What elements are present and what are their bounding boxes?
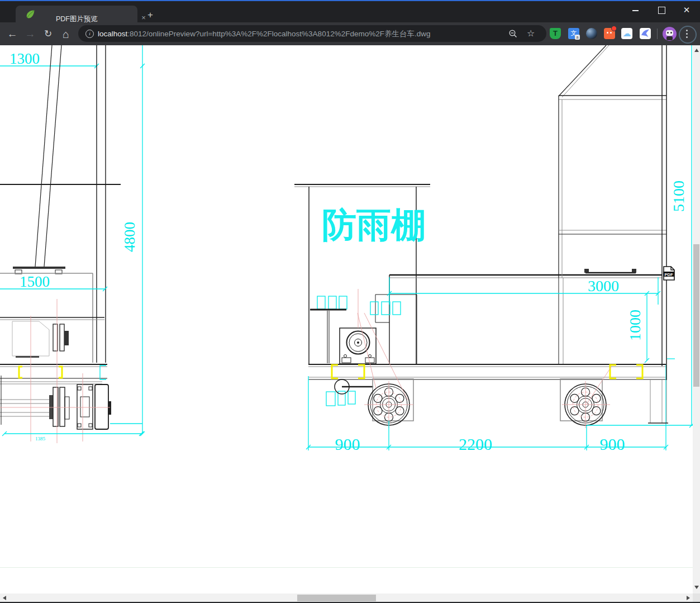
forward-button[interactable]: → — [23, 27, 37, 41]
url-text[interactable]: localhost:8012/onlinePreview?url=http%3A… — [98, 29, 430, 39]
address-bar[interactable]: i localhost:8012/onlinePreview?url=http%… — [78, 25, 546, 42]
cyan-detail-rects — [317, 296, 401, 406]
spring-leaf-icon — [26, 10, 35, 19]
bookmark-star-icon[interactable]: ☆ — [527, 28, 535, 39]
dim-label-5100: 5100 — [670, 181, 687, 212]
tampermonkey-extension-icon[interactable]: T — [550, 28, 561, 39]
notification-badge — [611, 26, 617, 31]
url-path: :8012/onlinePreview?url=http%3A%2F%2Floc… — [127, 30, 430, 38]
scroll-right-arrow-icon[interactable] — [687, 596, 690, 600]
site-info-icon[interactable]: i — [85, 30, 94, 38]
zoom-indicator-icon[interactable] — [508, 29, 518, 39]
cad-drawing: 1300 4800 1500 — [0, 45, 693, 567]
dim-label-1500: 1500 — [20, 273, 50, 290]
dim-label-900-right: 900 — [600, 435, 625, 453]
dim-label-1385: 1385 — [35, 436, 46, 441]
dim-label-1000: 1000 — [626, 310, 644, 341]
cloud-extension-icon[interactable]: ☁ — [621, 28, 632, 39]
back-button[interactable]: ← — [6, 27, 19, 41]
dim-label-1300: 1300 — [9, 50, 40, 67]
page-bottom-divider — [0, 567, 693, 568]
translate-extension-icon[interactable]: 文a — [568, 28, 579, 39]
new-tab-button[interactable]: + — [144, 9, 156, 21]
dim-label-900-left: 900 — [335, 435, 360, 453]
url-host: localhost — [98, 30, 127, 38]
robot-extension-icon[interactable] — [604, 28, 615, 39]
dim-label-4800: 4800 — [121, 222, 138, 252]
pdf-file-icon[interactable]: PDF — [663, 266, 675, 281]
browser-tab[interactable]: PDF图片预览 × — [16, 6, 137, 23]
orb-extension-icon[interactable] — [586, 28, 597, 39]
horizontal-scrollbar-thumb[interactable] — [297, 595, 376, 601]
scrollbar-corner — [693, 593, 700, 602]
vertical-scrollbar-thumb[interactable] — [693, 244, 699, 387]
translate-corner-glyph: a — [575, 35, 580, 40]
dim-label-2200: 2200 — [459, 435, 492, 453]
extensions-separator — [657, 29, 658, 39]
minimize-button[interactable] — [627, 3, 644, 17]
profile-avatar[interactable] — [663, 27, 677, 41]
pdf-badge-text: PDF — [665, 272, 673, 277]
reload-button[interactable]: ↻ — [41, 27, 55, 41]
menu-update-ring — [679, 26, 697, 44]
scroll-up-arrow-icon[interactable] — [694, 49, 699, 52]
close-button[interactable]: ✕ — [678, 3, 695, 17]
browser-toolbar: ← → ↻ ⌂ i localhost:8012/onlinePreview?u… — [0, 22, 700, 45]
bird-glyph — [640, 28, 651, 39]
home-button[interactable]: ⌂ — [59, 27, 73, 41]
tab-strip: PDF图片预览 × + ✕ — [0, 1, 700, 22]
three-dots-menu-button[interactable] — [686, 30, 688, 38]
maximize-button[interactable] — [653, 3, 670, 17]
bird-extension-icon[interactable] — [640, 28, 651, 39]
scroll-down-arrow-icon[interactable] — [694, 586, 699, 589]
shelter-label: 防雨棚 — [322, 206, 426, 244]
scroll-left-arrow-icon[interactable] — [3, 596, 6, 600]
dim-label-3000: 3000 — [588, 277, 619, 295]
